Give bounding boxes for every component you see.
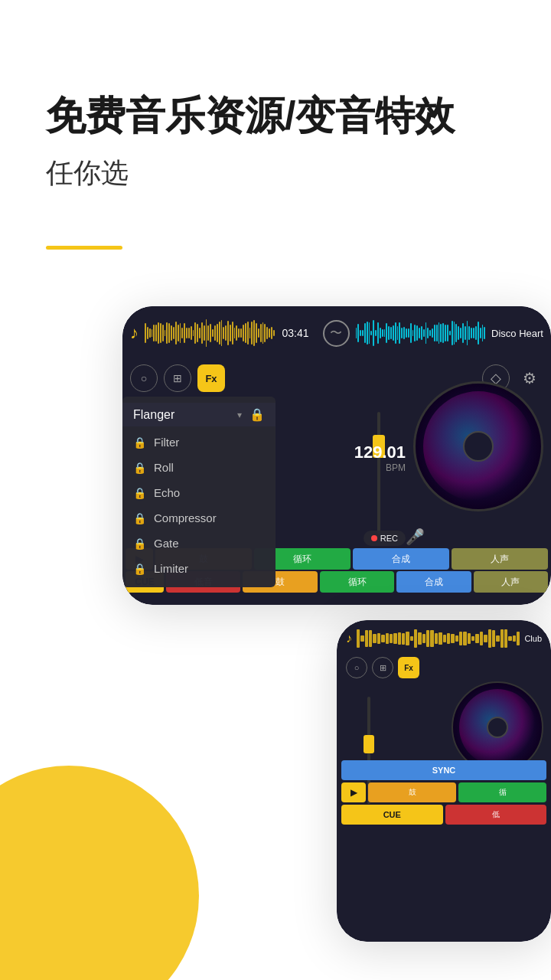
dj2-cue-button[interactable]: CUE (341, 805, 443, 825)
fx-item-echo[interactable]: 🔒 Echo (122, 480, 276, 505)
dj2-pad-1[interactable]: 鼓 (368, 782, 456, 802)
dj2-disc-inner (487, 717, 508, 738)
vertical-fader[interactable] (367, 397, 390, 550)
pad-vocal[interactable]: 人声 (452, 548, 548, 570)
circle-control-btn[interactable]: ○ (130, 364, 158, 392)
disc-outer (413, 381, 543, 511)
fx-item-label-limiter: Limiter (154, 562, 188, 575)
rec-button[interactable]: REC (364, 531, 406, 546)
fx-dropdown-arrow: ▾ (237, 410, 242, 420)
yellow-separator (46, 246, 122, 250)
dj2-fx-button[interactable]: Fx (398, 657, 419, 678)
fx-item-lock-6: 🔒 (133, 563, 146, 575)
fx-lock-icon: 🔒 (249, 407, 265, 422)
main-title: 免费音乐资源/变音特效 (46, 92, 505, 139)
fx-item-label-gate: Gate (154, 537, 179, 550)
fx-item-lock-3: 🔒 (133, 487, 146, 499)
dj2-pad-row-3: CUE 低 (341, 805, 546, 825)
fx-item-lock-4: 🔒 (133, 512, 146, 524)
dj2-main-area: SYNC ▶ 鼓 循 CUE 低 (337, 681, 551, 835)
fx-item-gate[interactable]: 🔒 Gate (122, 531, 276, 556)
dj2-pad-3[interactable]: 低 (445, 805, 547, 825)
dj2-turntable[interactable] (452, 681, 543, 773)
fx-item-label-compressor: Compressor (154, 511, 217, 524)
dj2-circle-btn[interactable]: ○ (346, 657, 367, 678)
fx-selected-item[interactable]: Flanger ▾ 🔒 (122, 403, 276, 426)
dj2-track-label: Club (524, 634, 542, 643)
dj2-top-bar: ♪ Club (337, 620, 551, 654)
dj2-music-note-icon: ♪ (346, 632, 352, 645)
bpm-label: BPM (354, 462, 406, 473)
equalizer-control-btn[interactable]: ⊞ (164, 364, 191, 392)
dj-main-area: Flanger ▾ 🔒 🔒 Filter 🔒 Roll 🔒 Echo (122, 397, 551, 596)
dj2-pad-row-2: ▶ 鼓 循 (341, 782, 546, 802)
turntable[interactable] (413, 381, 543, 511)
fx-item-lock-2: 🔒 (133, 462, 146, 474)
fader-track (377, 412, 380, 534)
dj2-waveform (357, 628, 520, 649)
dj2-play-button[interactable]: ▶ (341, 782, 366, 802)
rec-dot (371, 535, 377, 541)
fx-selected-text: Flanger (133, 408, 233, 422)
dj2-sync-button[interactable]: SYNC (341, 760, 546, 780)
phone-mockup-1: ♪ 03:41 〜 Disco Heart ○ ⊞ Fx ◇ ⚙ (122, 306, 551, 605)
dj2-controls-row: ○ ⊞ Fx (337, 654, 551, 681)
time-display: 03:41 (275, 327, 317, 339)
fx-item-lock-1: 🔒 (133, 436, 146, 449)
yellow-circle-decoration (0, 766, 199, 980)
fx-dropdown-panel: Flanger ▾ 🔒 🔒 Filter 🔒 Roll 🔒 Echo (122, 397, 276, 587)
fx-item-lock-5: 🔒 (133, 537, 146, 550)
heartbeat-icon: 〜 (323, 320, 350, 347)
dj-app-screen: ♪ 03:41 〜 Disco Heart ○ ⊞ Fx ◇ ⚙ (122, 306, 551, 605)
music-note-icon: ♪ (130, 323, 139, 343)
dj2-disc-outer (452, 681, 543, 773)
pad-vocal-2[interactable]: 人声 (474, 571, 548, 593)
dj-screen-2: ♪ Club ○ ⊞ Fx (337, 620, 551, 942)
dj2-pad-row-1: SYNC (341, 760, 546, 780)
dj-top-bar: ♪ 03:41 〜 Disco Heart (122, 306, 551, 360)
dj2-pads: SYNC ▶ 鼓 循 CUE 低 (337, 760, 551, 827)
rec-text: REC (380, 534, 398, 543)
dj-app-screen-2: ♪ Club ○ ⊞ Fx (337, 620, 551, 942)
bpm-number: 129.01 (354, 443, 406, 462)
track-name-right: Disco Heart (485, 328, 543, 339)
dj2-eq-btn[interactable]: ⊞ (372, 657, 393, 678)
mic-icon[interactable]: 🎤 (406, 528, 425, 546)
pad-loop-2[interactable]: 循环 (320, 571, 394, 593)
phone-mockup-2: ♪ Club ○ ⊞ Fx (337, 620, 551, 942)
fx-item-roll[interactable]: 🔒 Roll (122, 455, 276, 480)
dj2-pad-2[interactable]: 循 (458, 782, 546, 802)
header-section: 免费音乐资源/变音特效 任你选 (0, 0, 551, 223)
fx-item-label-echo: Echo (154, 486, 180, 499)
waveform-left (145, 318, 275, 348)
fx-item-label-roll: Roll (154, 461, 174, 474)
waveform-right (356, 318, 486, 348)
fx-item-filter[interactable]: 🔒 Filter (122, 430, 276, 455)
fx-button[interactable]: Fx (197, 364, 225, 392)
fx-item-compressor[interactable]: 🔒 Compressor (122, 505, 276, 531)
dj-screen-1: ♪ 03:41 〜 Disco Heart ○ ⊞ Fx ◇ ⚙ (122, 306, 551, 605)
dj2-fader-handle[interactable] (364, 735, 374, 753)
pad-synth[interactable]: 合成 (353, 548, 449, 570)
bpm-display: 129.01 BPM (354, 443, 406, 473)
sub-title: 任你选 (46, 155, 505, 192)
fx-item-label-filter: Filter (154, 436, 179, 449)
pad-synth-2[interactable]: 合成 (396, 571, 471, 593)
disc-inner (463, 431, 494, 462)
fx-item-limiter[interactable]: 🔒 Limiter (122, 556, 276, 581)
